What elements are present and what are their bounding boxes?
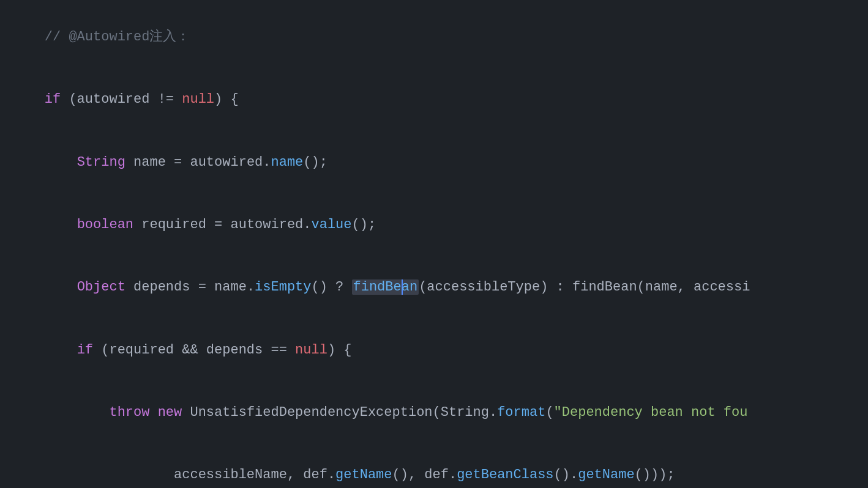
code-line-7: throw new UnsatisfiedDependencyException… — [12, 382, 868, 444]
code-line-3: String name = autowired.name(); — [12, 131, 868, 194]
code-line-1: // @Autowired注入： — [12, 6, 868, 68]
code-line-6: if (required && depends == null) { — [12, 319, 868, 381]
code-line-2: if (autowired != null) { — [12, 68, 868, 131]
code-editor: // @Autowired注入： if (autowired != null) … — [0, 0, 868, 488]
code-line-8: accessibleName, def.getName(), def.getBe… — [12, 444, 868, 488]
code-line-4: boolean required = autowired.value(); — [12, 194, 868, 256]
comment-token: // @Autowired注入： — [45, 29, 190, 45]
code-line-5: Object depends = name.isEmpty() ? findBe… — [12, 256, 868, 319]
